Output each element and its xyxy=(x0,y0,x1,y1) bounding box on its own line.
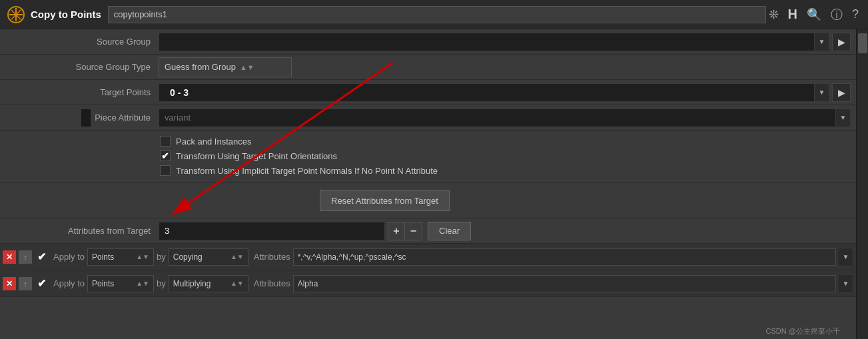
row-1-checkbox[interactable]: ✔ xyxy=(35,250,48,264)
pack-instances-checkbox[interactable] xyxy=(160,136,171,147)
attributes-text-1: *,^v,^Alpha,^N,^up,^pscale,^sc xyxy=(298,252,406,262)
attributes-label-2: Attributes xyxy=(254,278,290,288)
plus-minus-wrap: + − xyxy=(388,222,422,240)
dropdown-arrow-icon: ▲▼ xyxy=(240,63,254,71)
apply-to-arrow-1: ▲▼ xyxy=(136,253,149,260)
piece-attribute-dropdown-btn[interactable]: ▼ xyxy=(836,109,851,127)
checkmark-icon: ✔ xyxy=(161,151,169,161)
delete-row-2-button[interactable]: ✕ xyxy=(3,277,16,290)
reset-btn-row: Reset Attributes from Target xyxy=(0,183,856,218)
piece-attribute-control: ▼ xyxy=(159,109,851,127)
decrement-button[interactable]: − xyxy=(405,222,422,240)
source-group-input[interactable] xyxy=(159,33,815,51)
apply-to-value-2: Points xyxy=(92,279,114,288)
increment-button[interactable]: + xyxy=(388,222,405,240)
apply-to-value-1: Points xyxy=(92,252,114,262)
transform-normals-label: Transform Using Implicit Target Point No… xyxy=(176,166,438,176)
apply-to-label-1: Apply to xyxy=(53,252,85,262)
title-bar: Copy to Points ❊ H 🔍 ⓘ ? xyxy=(0,0,868,29)
transform-orient-row: ✔ Transform Using Target Point Orientati… xyxy=(160,151,851,161)
source-group-control: ▼ ▶ xyxy=(159,33,851,51)
main-content: Source Group ▼ ▶ Source Group Type Guess… xyxy=(0,29,868,339)
by-label-1: by xyxy=(157,252,166,262)
source-group-type-dropdown[interactable]: Guess from Group ▲▼ xyxy=(159,57,292,77)
target-points-row: Target Points 0 - 3 ▼ ▶ xyxy=(0,80,856,105)
table-rows: ✕ ↑ ✔ Apply to Points ▲▼ by Copying ▲▼ A… xyxy=(0,244,856,297)
panel-wrapper: Source Group ▼ ▶ Source Group Type Guess… xyxy=(0,29,856,339)
attributes-from-target-label: Attributes from Target xyxy=(5,226,159,236)
table-row: ✕ ↑ ✔ Apply to Points ▲▼ by Copying ▲▼ A… xyxy=(0,244,856,270)
info-icon[interactable]: ⓘ xyxy=(828,5,845,24)
source-group-row: Source Group ▼ ▶ xyxy=(0,29,856,55)
app-name: Copy to Points xyxy=(31,9,101,20)
checkboxes-section: Pack and Instances ✔ Transform Using Tar… xyxy=(0,131,856,183)
source-group-type-row: Source Group Type Guess from Group ▲▼ xyxy=(0,55,856,80)
snowflake-icon[interactable]: ❊ xyxy=(766,6,781,23)
attributes-text-2: Alpha xyxy=(298,279,318,288)
attributes-value-2[interactable]: Alpha xyxy=(293,275,836,292)
target-points-label: Target Points xyxy=(5,87,159,97)
source-group-label: Source Group xyxy=(5,37,159,47)
source-group-type-label: Source Group Type xyxy=(5,62,159,72)
move-up-row-1-button[interactable]: ↑ xyxy=(19,250,32,264)
target-points-dropdown-wrap: 0 - 3 ▼ xyxy=(159,83,829,102)
apply-to-dropdown-2[interactable]: Points ▲▼ xyxy=(87,275,154,292)
piece-attr-color-block xyxy=(81,109,91,127)
method-dropdown-1[interactable]: Copying ▲▼ xyxy=(169,248,248,266)
piece-attribute-row: Piece Attribute ▼ xyxy=(0,105,856,131)
method-dropdown-2[interactable]: Multiplying ▲▼ xyxy=(169,275,248,292)
transform-normals-checkbox[interactable] xyxy=(160,165,171,176)
attributes-from-target-row: Attributes from Target + − Clear xyxy=(0,218,856,244)
attributes-dropdown-btn-2[interactable]: ▼ xyxy=(839,274,853,293)
apply-to-dropdown-1[interactable]: Points ▲▼ xyxy=(87,248,154,266)
reset-attributes-button[interactable]: Reset Attributes from Target xyxy=(320,190,450,211)
attributes-from-target-control: + − Clear xyxy=(159,222,851,240)
target-points-value: 0 - 3 xyxy=(165,87,194,98)
source-group-type-value: Guess from Group xyxy=(165,62,236,72)
source-group-nav-arrow[interactable]: ▶ xyxy=(832,33,851,51)
transform-orient-checkbox[interactable]: ✔ xyxy=(160,151,171,161)
app-logo xyxy=(7,5,25,24)
attributes-count-input[interactable] xyxy=(159,222,385,240)
piece-attribute-input[interactable] xyxy=(159,109,836,127)
move-up-row-2-button[interactable]: ↑ xyxy=(19,277,32,290)
help-h-icon[interactable]: H xyxy=(785,5,800,23)
attributes-label-1: Attributes xyxy=(254,252,290,262)
node-name-input[interactable] xyxy=(108,6,766,23)
source-group-dropdown-btn[interactable]: ▼ xyxy=(815,33,829,51)
method-value-2: Multiplying xyxy=(173,279,211,288)
clear-button[interactable]: Clear xyxy=(428,222,471,240)
row-2-checkbox[interactable]: ✔ xyxy=(35,277,48,290)
transform-orient-label: Transform Using Target Point Orientation… xyxy=(176,151,337,161)
apply-to-label-2: Apply to xyxy=(53,278,85,288)
scroll-handle[interactable] xyxy=(858,33,867,53)
attributes-value-1[interactable]: *,^v,^Alpha,^N,^up,^pscale,^sc xyxy=(293,248,836,266)
method-arrow-2: ▲▼ xyxy=(230,280,244,287)
apply-to-arrow-2: ▲▼ xyxy=(136,280,149,287)
pack-instances-row: Pack and Instances xyxy=(160,136,851,147)
transform-normals-row: Transform Using Implicit Target Point No… xyxy=(160,165,851,176)
target-points-input[interactable]: 0 - 3 xyxy=(159,83,815,102)
right-scrollbar[interactable] xyxy=(856,29,868,339)
by-label-2: by xyxy=(157,278,166,288)
piece-attribute-label: Piece Attribute xyxy=(95,113,151,123)
method-arrow-1: ▲▼ xyxy=(230,253,244,260)
table-row: ✕ ↑ ✔ Apply to Points ▲▼ by Multiplying … xyxy=(0,270,856,297)
title-bar-icons: ❊ H 🔍 ⓘ ? xyxy=(766,5,861,24)
target-points-dropdown-btn[interactable]: ▼ xyxy=(815,83,829,102)
method-value-1: Copying xyxy=(173,252,203,262)
question-icon[interactable]: ? xyxy=(849,6,861,23)
pack-instances-label: Pack and Instances xyxy=(176,137,251,147)
watermark: CSDN @公主癌菜小千 xyxy=(766,326,840,336)
target-points-control: 0 - 3 ▼ ▶ xyxy=(159,83,851,102)
delete-row-1-button[interactable]: ✕ xyxy=(3,250,16,264)
source-group-dropdown-wrap: ▼ xyxy=(159,33,829,51)
target-points-nav-arrow[interactable]: ▶ xyxy=(832,83,851,102)
source-group-type-control: Guess from Group ▲▼ xyxy=(159,57,851,77)
search-icon[interactable]: 🔍 xyxy=(804,6,824,23)
attributes-dropdown-btn-1[interactable]: ▼ xyxy=(839,248,853,266)
